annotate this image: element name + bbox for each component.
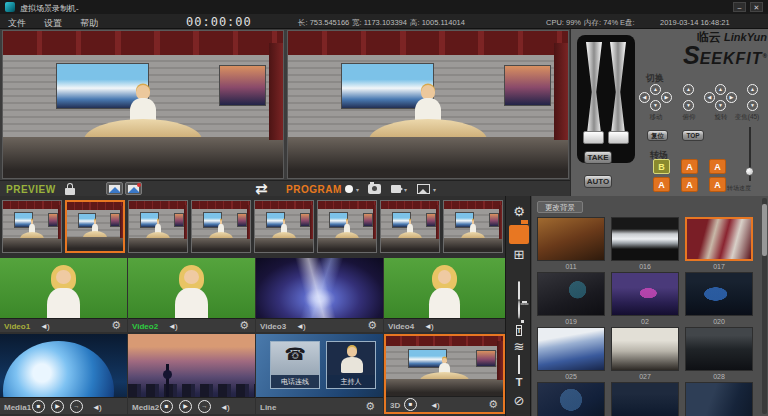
t-bar-handle[interactable] [583, 131, 604, 144]
speaker-icon[interactable]: ◄) [168, 322, 177, 331]
change-background-button[interactable]: 更改背景 [537, 201, 583, 213]
t-bar-fader[interactable] [577, 35, 635, 163]
arrow-up-icon[interactable]: ▲ [715, 84, 726, 95]
camcorder-caret-icon[interactable]: ▾ [404, 186, 407, 193]
video4-tile[interactable]: Video4 ◄) [384, 258, 505, 332]
scene-thumb[interactable] [611, 382, 679, 416]
speaker-icon[interactable]: ◄) [430, 401, 439, 410]
save-floppy-icon[interactable] [509, 225, 529, 244]
scene-thumb-011[interactable] [537, 217, 605, 261]
subtitle-t-icon[interactable]: T [509, 374, 529, 393]
transition-button-a5[interactable]: A [709, 177, 726, 192]
arrow-left-icon[interactable]: ◀ [704, 92, 715, 103]
media1-tile[interactable]: Media1 ■ ▶ → ◄) [0, 334, 127, 414]
media2-tile[interactable]: Media2 ■ ▶ → ◄) [128, 334, 255, 414]
speaker-icon[interactable]: ◄) [220, 403, 229, 412]
scene-thumb-028[interactable] [685, 327, 753, 371]
snapshot-camera-icon[interactable] [368, 184, 381, 194]
arrow-up-icon[interactable]: ▲ [683, 84, 694, 95]
monitor-icon[interactable] [509, 282, 529, 301]
arrow-down-icon[interactable]: ▼ [715, 100, 726, 111]
gear-icon[interactable]: ⚙ [365, 401, 375, 412]
transition-button-a1[interactable]: A [681, 159, 698, 174]
transition-button-b[interactable]: B [653, 159, 670, 174]
gear-icon[interactable]: ⚙ [111, 320, 121, 331]
picture-caret-icon[interactable]: ▾ [433, 186, 436, 193]
gear-icon[interactable]: ⚙ [239, 320, 249, 331]
video1-tile[interactable]: Video1 ◄) ⚙ [0, 258, 127, 332]
arrow-down-icon[interactable]: ▼ [683, 100, 694, 111]
top-button[interactable]: TOP [682, 130, 704, 141]
light-bulb-icon[interactable] [509, 301, 529, 320]
scrollbar-thumb[interactable] [762, 204, 767, 256]
angle-thumbnail-6[interactable] [317, 200, 377, 253]
speaker-icon[interactable]: ◄) [424, 322, 433, 331]
scene-thumb-027[interactable] [611, 327, 679, 371]
play-button[interactable]: ▶ [51, 400, 64, 413]
transition-button-a2[interactable]: A [709, 159, 726, 174]
stop-button[interactable]: ■ [32, 400, 45, 413]
angle-thumbnail-3[interactable] [128, 200, 188, 253]
angle-thumbnail-2-selected[interactable] [65, 200, 125, 253]
menu-help[interactable]: 帮助 [80, 17, 98, 30]
loop-button[interactable]: → [70, 400, 83, 413]
close-button[interactable]: ✕ [750, 2, 763, 12]
phone-call-button[interactable]: ☎ 电话连线 [270, 341, 320, 389]
lock-icon[interactable] [65, 183, 75, 195]
scene-thumb-019[interactable] [537, 272, 605, 316]
menu-settings[interactable]: 设置 [44, 17, 62, 30]
arrow-right-icon[interactable]: ▶ [661, 92, 672, 103]
overlay-image-alert-button[interactable] [125, 182, 142, 195]
scene-thumb[interactable] [537, 382, 605, 416]
scene-thumb-017-selected[interactable] [685, 217, 753, 261]
title-text-icon[interactable]: T [509, 319, 529, 338]
take-button[interactable]: TAKE [584, 151, 612, 164]
arrow-right-icon[interactable]: ▶ [726, 92, 737, 103]
play-button[interactable]: ▶ [179, 400, 192, 413]
arrow-up-icon[interactable]: ▲ [650, 84, 661, 95]
loop-button[interactable]: → [198, 400, 211, 413]
gallery-scrollbar[interactable] [762, 198, 767, 414]
disable-icon[interactable]: ⊘ [509, 392, 529, 411]
transition-button-a3[interactable]: A [653, 177, 670, 192]
menu-file[interactable]: 文件 [8, 17, 26, 30]
reset-button[interactable]: 复位 [647, 130, 668, 141]
record-caret-icon[interactable]: ▾ [356, 186, 359, 193]
minimize-button[interactable]: – [733, 2, 746, 12]
scene-thumb-025[interactable] [537, 327, 605, 371]
speaker-icon[interactable]: ◄) [40, 322, 49, 331]
angle-thumbnail-7[interactable] [380, 200, 440, 253]
frame-icon[interactable] [509, 356, 529, 375]
angle-thumbnail-4[interactable] [191, 200, 251, 253]
overlay-image-button[interactable] [106, 182, 123, 195]
gear-icon[interactable]: ⚙ [488, 399, 498, 410]
t-bar-handle[interactable] [608, 131, 629, 144]
scene-3d-tile[interactable]: 3D ■ ◄) ⚙ [384, 334, 505, 414]
arrow-down-icon[interactable]: ▼ [650, 100, 661, 111]
angle-thumbnail-5[interactable] [254, 200, 314, 253]
video2-tile[interactable]: Video2 ◄) ⚙ [128, 258, 255, 332]
arrow-down-icon[interactable]: ▼ [747, 100, 758, 111]
angle-thumbnail-1[interactable] [2, 200, 62, 253]
picture-icon[interactable] [417, 184, 430, 194]
auto-button[interactable]: AUTO [584, 175, 612, 188]
stop-button[interactable]: ■ [404, 398, 417, 411]
arrow-left-icon[interactable]: ◀ [639, 92, 650, 103]
line-tile[interactable]: ☎ 电话连线 主持人 Line ⚙ [256, 334, 383, 414]
video3-tile[interactable]: Video3 ◄) ⚙ [256, 258, 383, 332]
transition-button-a4[interactable]: A [681, 177, 698, 192]
layout-grid-icon[interactable]: ⊞ [509, 246, 529, 265]
speaker-icon[interactable]: ◄) [296, 322, 305, 331]
scene-thumb-020[interactable] [685, 272, 753, 316]
scene-thumb-016[interactable] [611, 217, 679, 261]
camcorder-icon[interactable] [391, 185, 401, 193]
record-icon[interactable] [345, 185, 353, 193]
transition-speed-knob[interactable] [745, 167, 754, 176]
gear-icon[interactable]: ⚙ [367, 320, 377, 331]
speaker-icon[interactable]: ◄) [92, 403, 101, 412]
host-button[interactable]: 主持人 [326, 341, 376, 389]
stop-button[interactable]: ■ [160, 400, 173, 413]
scene-thumb-02[interactable] [611, 272, 679, 316]
scene-thumb[interactable] [685, 382, 753, 416]
angle-thumbnail-8[interactable] [443, 200, 503, 253]
